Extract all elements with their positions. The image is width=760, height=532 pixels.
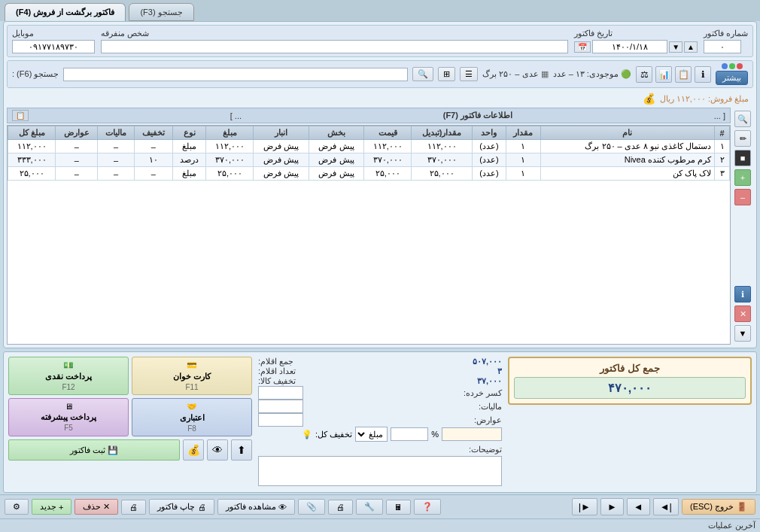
- cell-mablagh: ۱۱۲,۰۰۰: [206, 140, 254, 154]
- lt-btn-edit[interactable]: ✏: [734, 130, 751, 147]
- table-row[interactable]: ۲ کرم مرطوب کننده Nivea ۱ (عدد) ۳۷۰,۰۰۰ …: [8, 154, 730, 167]
- maliyat-input[interactable]: [258, 400, 303, 413]
- handshake-icon: 🤝: [187, 402, 197, 412]
- th-qimat: قیمت: [364, 126, 412, 140]
- tedad-row: ۳ تعداد اقلام:: [258, 366, 502, 376]
- help-btn[interactable]: ❓: [414, 499, 441, 515]
- table-header-row: # نام مقدار واحد مقدار(تبدیل قیمت بخش ان…: [8, 126, 730, 140]
- avaraz-input[interactable]: [258, 413, 303, 427]
- view-btn[interactable]: 👁 مشاهده فاکتور: [217, 499, 295, 515]
- attach-btn[interactable]: 📎: [298, 499, 325, 515]
- takhfif-kol-mablagh-input[interactable]: [442, 427, 502, 441]
- desc-textarea[interactable]: [258, 456, 502, 486]
- th-takhfif: تخفیف: [134, 126, 172, 140]
- list-view-btn[interactable]: ☰: [460, 67, 478, 81]
- date-down-btn[interactable]: ▼: [669, 41, 682, 53]
- th-noe: نوع: [172, 126, 206, 140]
- new-btn[interactable]: + جدید: [32, 499, 71, 515]
- view-icon: 👁: [278, 503, 287, 512]
- takhfif-type-select[interactable]: مبلغ: [355, 427, 388, 442]
- takhfif-kol-label: تخفیف کل:: [315, 430, 352, 439]
- date-up-btn[interactable]: ▲: [684, 41, 698, 53]
- lt-btn-info-bottom[interactable]: ℹ: [734, 286, 751, 302]
- cell-qimat: ۱۱۲,۰۰۰: [364, 140, 412, 154]
- grid-view-btn[interactable]: ⊞: [438, 67, 455, 81]
- chart-btn[interactable]: 📊: [655, 66, 672, 83]
- invoice-number-input[interactable]: [704, 40, 741, 53]
- last-btn[interactable]: ►|: [572, 498, 597, 515]
- exit-btn[interactable]: 🚪 خروج (ESC): [682, 499, 755, 515]
- calc-btn[interactable]: 🖩: [386, 500, 411, 515]
- settings2-btn[interactable]: 🔧: [356, 499, 383, 515]
- mobile-input[interactable]: [12, 40, 95, 53]
- search-btn[interactable]: 🔍: [412, 67, 433, 81]
- print2-btn[interactable]: 🖨 چاپ فاکتور: [149, 499, 214, 515]
- lt-btn-remove[interactable]: –: [734, 189, 751, 205]
- eye-btn[interactable]: 👁: [207, 439, 228, 461]
- items-table: # نام مقدار واحد مقدار(تبدیل قیمت بخش ان…: [8, 126, 730, 181]
- first-btn[interactable]: |◄: [653, 498, 679, 515]
- next-btn[interactable]: ►: [600, 498, 624, 515]
- cell-mablagh-kol: ۳۳۳,۰۰۰: [8, 154, 56, 167]
- main-area: 🔍 ✏ ■ + – ℹ ✕ ▼ [ ... اطلاعات فاکتور (F7…: [7, 108, 753, 345]
- cell-avaraz: –: [56, 154, 98, 167]
- sharakh-input[interactable]: [101, 40, 568, 53]
- upload-btn[interactable]: ⬆: [231, 439, 252, 461]
- lt-btn-arrow-down[interactable]: ▼: [734, 325, 751, 342]
- date-calendar-btn[interactable]: 📅: [574, 41, 591, 53]
- lt-btn-add[interactable]: +: [734, 169, 751, 186]
- search-input[interactable]: [63, 68, 408, 81]
- naghdi-btn[interactable]: 💵 پرداخت نقدی F12: [8, 357, 129, 395]
- table-row[interactable]: ۱ دستمال کاغذی نبو ۸ عدی – ۲۵۰ برگ ۱ (عد…: [8, 140, 730, 154]
- takhfif-kol-row: % مبلغ تخفیف کل: 💡: [258, 427, 502, 442]
- kasr-khorde-input[interactable]: [258, 386, 303, 400]
- cell-qimat: ۳۷۰,۰۰۰: [364, 154, 412, 167]
- extra-btn[interactable]: ⚙: [5, 499, 29, 515]
- info-btn-1[interactable]: ℹ: [695, 66, 711, 83]
- info-btn-2[interactable]: 📋: [675, 66, 692, 83]
- lt-btn-black[interactable]: ■: [734, 150, 751, 166]
- delete-btn[interactable]: ✕ حذف: [74, 499, 118, 515]
- sharakh-group: شخص منفرقه: [101, 29, 568, 53]
- cart-khoon-btn[interactable]: 💳 کارت خوان F11: [132, 357, 252, 395]
- tab-search[interactable]: جستجو (F3): [129, 3, 193, 21]
- etebaar-btn[interactable]: 🤝 اعتباری F8: [132, 398, 252, 436]
- settings-row: ℹ 📋 📊 ⚖: [636, 66, 711, 83]
- tab-invoice[interactable]: فاکتور برگشت از فروش (F4): [5, 3, 126, 21]
- avaraz-row: عوارض:: [258, 413, 502, 427]
- cell-anbar: پیش فرض: [254, 154, 309, 167]
- summary-area: جمع کل فاکتور ۴۷۰,۰۰۰: [508, 357, 752, 488]
- lt-btn-search[interactable]: 🔍: [734, 111, 751, 127]
- kasr-khorde-row: کسر خرده:: [258, 386, 502, 400]
- sabt-btn[interactable]: 💾 ثبت فاکتور: [8, 439, 180, 461]
- scale-btn[interactable]: ⚖: [636, 66, 652, 83]
- takhfif-kol-percent-input[interactable]: [391, 427, 428, 441]
- th-miqdar: مقدار: [506, 126, 540, 140]
- exit-icon: 🚪: [737, 502, 747, 512]
- table-row[interactable]: ۳ لاک پاک کن ۱ (عدد) ۲۵,۰۰۰ ۲۵,۰۰۰ پیش ف…: [8, 167, 730, 181]
- prev-btn[interactable]: ◄: [627, 498, 650, 515]
- print-btn[interactable]: 🖨: [328, 500, 353, 515]
- beshtar-button[interactable]: بیشتر: [716, 71, 748, 85]
- lt-btn-close[interactable]: ✕: [734, 306, 751, 322]
- sharakh-label: شخص منفرقه: [101, 29, 149, 38]
- print3-btn[interactable]: 🖨: [121, 500, 146, 515]
- cell-noe: مبلغ: [172, 167, 206, 181]
- cell-noe: مبلغ: [172, 140, 206, 154]
- colored-dots: [722, 63, 743, 69]
- money-btn[interactable]: 💰: [183, 439, 204, 461]
- status-mojoodi: 🟢 موجودی: ۱۳ – عدد: [553, 69, 631, 79]
- maliyat-row: مالیات:: [258, 400, 502, 413]
- cell-mablagh-kol: ۲۵,۰۰۰: [8, 167, 56, 181]
- table-container: # نام مقدار واحد مقدار(تبدیل قیمت بخش ان…: [7, 125, 731, 345]
- mobile-group: موبایل: [12, 29, 95, 53]
- invoice-date-input[interactable]: [592, 40, 667, 53]
- cell-maliyat: –: [98, 154, 134, 167]
- jam-aqlam-label: جمع اقلام:: [258, 357, 293, 366]
- cell-bakhsh: پیش فرض: [309, 154, 363, 167]
- pish-btn[interactable]: 🖥 پرداخت پیشرفته F5: [8, 398, 129, 436]
- desc-label: توضیحات:: [258, 445, 502, 454]
- info-panel-btn[interactable]: 📋: [12, 110, 29, 121]
- pos-icon: 🖥: [65, 402, 73, 411]
- takhfif-kala-row: ۳۷,۰۰۰ تخفیف کالا:: [258, 376, 502, 386]
